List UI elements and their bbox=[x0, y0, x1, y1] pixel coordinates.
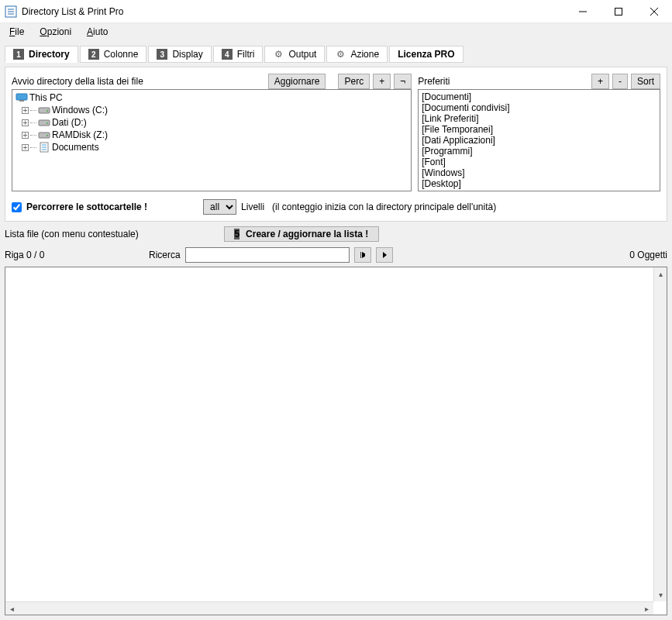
menubar: File Opzioni Aiuto bbox=[0, 23, 672, 40]
left-heading: Avvio directory della lista dei file bbox=[12, 76, 143, 87]
svg-rect-10 bbox=[39, 108, 50, 113]
svg-point-13 bbox=[47, 122, 48, 124]
svg-rect-14 bbox=[39, 133, 50, 138]
menu-file[interactable]: File bbox=[3, 25, 30, 39]
list-item[interactable]: [Programmi] bbox=[422, 146, 656, 157]
fav-sort-button[interactable]: Sort bbox=[631, 74, 660, 89]
svg-rect-8 bbox=[16, 94, 27, 100]
scroll-up-icon[interactable]: ▴ bbox=[654, 267, 667, 281]
fast-forward-icon bbox=[382, 251, 387, 259]
tab-output[interactable]: ⚙Output bbox=[264, 46, 325, 63]
tree-root[interactable]: This PC bbox=[16, 91, 408, 104]
scroll-down-icon[interactable]: ▾ bbox=[654, 588, 667, 601]
subfolders-label: Percorrere le sottocartelle ! bbox=[26, 202, 147, 212]
directory-panel: Avvio directory della lista dei file Agg… bbox=[5, 67, 667, 222]
document-icon bbox=[38, 142, 50, 153]
tab-strip: 1Directory 2Colonne 3Display 4Filtri ⚙Ou… bbox=[5, 45, 667, 64]
tab-display[interactable]: 3Display bbox=[148, 46, 211, 63]
close-button[interactable] bbox=[636, 0, 672, 23]
tab-license[interactable]: Licenza PRO bbox=[389, 46, 463, 63]
svg-point-15 bbox=[47, 135, 48, 136]
tab-directory[interactable]: 1Directory bbox=[5, 46, 78, 63]
list-item[interactable]: [Font] bbox=[422, 157, 656, 167]
svg-point-11 bbox=[47, 110, 48, 112]
list-item[interactable]: [Documenti] bbox=[422, 91, 656, 102]
row-counter: Riga 0 / 0 bbox=[5, 250, 144, 260]
refresh-button[interactable]: Aggiornare bbox=[268, 74, 326, 89]
svg-marker-20 bbox=[362, 252, 365, 258]
app-icon bbox=[5, 5, 17, 18]
favorites-list[interactable]: [Documenti][Documenti condivisi][Link Pr… bbox=[418, 89, 660, 191]
drive-icon bbox=[38, 117, 50, 128]
svg-rect-9 bbox=[19, 100, 24, 102]
svg-rect-12 bbox=[39, 120, 50, 126]
search-fast-button[interactable] bbox=[376, 247, 393, 263]
play-icon bbox=[360, 251, 365, 259]
left-plus-button[interactable]: + bbox=[373, 74, 391, 89]
fav-minus-button[interactable]: - bbox=[612, 74, 628, 89]
file-list[interactable]: ▴ ▾ ◂ ▸ bbox=[5, 267, 667, 615]
tree-item[interactable]: +RAMDisk (Z:) bbox=[16, 129, 408, 141]
window-title: Directory List & Print Pro bbox=[22, 6, 565, 17]
object-count: 0 Oggetti bbox=[629, 250, 667, 260]
expand-icon[interactable]: + bbox=[22, 107, 29, 114]
gear-icon: ⚙ bbox=[335, 49, 346, 60]
subfolders-checkbox[interactable] bbox=[12, 202, 22, 212]
not-button[interactable]: ¬ bbox=[394, 74, 412, 89]
tab-action[interactable]: ⚙Azione bbox=[326, 46, 388, 63]
menu-help[interactable]: Aiuto bbox=[81, 25, 114, 39]
path-button[interactable]: Perc bbox=[338, 74, 370, 89]
levels-label: Livelli bbox=[241, 202, 264, 212]
search-next-button[interactable] bbox=[354, 247, 371, 263]
tab-columns[interactable]: 2Colonne bbox=[80, 46, 147, 63]
list-item[interactable]: [File Temporanei] bbox=[422, 124, 656, 135]
tree-item[interactable]: +Windows (C:) bbox=[16, 104, 408, 116]
tree-item[interactable]: +Documents bbox=[16, 141, 408, 153]
expand-icon[interactable]: + bbox=[22, 119, 29, 126]
scroll-right-icon[interactable]: ▸ bbox=[640, 602, 653, 615]
svg-rect-5 bbox=[615, 8, 622, 15]
create-list-button[interactable]: 5 Creare / aggiornare la lista ! bbox=[224, 226, 379, 242]
maximize-button[interactable] bbox=[601, 0, 636, 23]
tree-item[interactable]: +Dati (D:) bbox=[16, 116, 408, 129]
list-item[interactable]: [Desktop] bbox=[422, 178, 656, 189]
directory-tree[interactable]: This PC +Windows (C:)+Dati (D:)+RAMDisk … bbox=[12, 89, 412, 191]
search-input[interactable] bbox=[185, 247, 350, 263]
list-item[interactable]: [Documenti condivisi] bbox=[422, 102, 656, 113]
drive-icon bbox=[38, 129, 50, 140]
levels-hint: (il conteggio inizia con la directory pr… bbox=[272, 202, 496, 212]
vertical-scrollbar[interactable]: ▴ ▾ bbox=[653, 267, 667, 601]
list-item[interactable]: [Dati Applicazioni] bbox=[422, 135, 656, 146]
minimize-button[interactable] bbox=[565, 0, 601, 23]
expand-icon[interactable]: + bbox=[22, 132, 29, 139]
menu-options[interactable]: Opzioni bbox=[33, 25, 78, 39]
list-item[interactable]: [Windows] bbox=[422, 167, 656, 178]
gear-icon: ⚙ bbox=[273, 49, 284, 60]
list-item[interactable]: [Link Preferiti] bbox=[422, 113, 656, 124]
pc-icon bbox=[16, 92, 28, 103]
scroll-left-icon[interactable]: ◂ bbox=[5, 602, 19, 615]
search-label: Ricerca bbox=[149, 250, 181, 260]
horizontal-scrollbar[interactable]: ◂ ▸ bbox=[5, 601, 653, 615]
list-label: Lista file (con menu contestuale) bbox=[5, 229, 139, 239]
svg-marker-22 bbox=[383, 252, 387, 258]
levels-select[interactable]: all bbox=[203, 199, 236, 215]
expand-icon[interactable]: + bbox=[22, 144, 29, 151]
tab-filters[interactable]: 4Filtri bbox=[213, 46, 264, 63]
favorites-heading: Preferiti bbox=[418, 76, 450, 87]
fav-plus-button[interactable]: + bbox=[591, 74, 609, 89]
titlebar: Directory List & Print Pro bbox=[0, 0, 672, 23]
drive-icon bbox=[38, 105, 50, 115]
